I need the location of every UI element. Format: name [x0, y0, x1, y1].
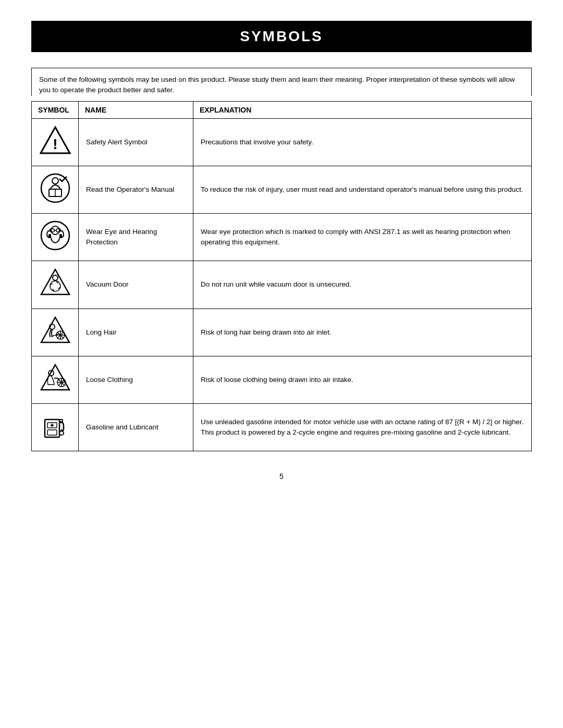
explanation-cell-loose-clothing: Risk of loose clothing being drawn into …: [193, 356, 532, 403]
page-title: SYMBOLS: [31, 21, 532, 52]
table-row: Wear Eye and Hearing Protection Wear eye…: [32, 214, 532, 261]
loose-clothing-icon: [40, 363, 71, 394]
explanation-cell-long-hair: Risk of long hair being drawn into air i…: [193, 309, 532, 356]
svg-marker-16: [41, 317, 69, 342]
table-row: Vacuum Door Do not run unit while vacuum…: [32, 261, 532, 309]
svg-rect-30: [45, 419, 59, 437]
svg-point-15: [50, 281, 60, 291]
symbol-cell-manual: [32, 166, 79, 213]
table-row: Gasoline and Lubricant Use unleaded gaso…: [32, 404, 532, 451]
symbol-cell-long-hair: [32, 309, 79, 356]
header-symbol: SYMBOL: [32, 101, 79, 118]
table-row: Long Hair Risk of long hair being drawn …: [32, 309, 532, 356]
eye-hearing-icon: [40, 220, 71, 251]
name-cell-eye-hearing: Wear Eye and Hearing Protection: [79, 214, 193, 261]
explanation-cell-gasoline: Use unleaded gasoline intended for motor…: [193, 404, 532, 451]
header-explanation: EXPLANATION: [193, 101, 532, 118]
symbol-cell-gasoline: [32, 404, 79, 451]
name-cell-gasoline: Gasoline and Lubricant: [79, 404, 193, 451]
header-name: NAME: [79, 101, 193, 118]
explanation-cell-manual: To reduce the risk of injury, user must …: [193, 166, 532, 213]
svg-text:!: !: [53, 136, 57, 152]
table-row: ! Safety Alert Symbol Precautions that i…: [32, 118, 532, 166]
symbol-cell-eye-hearing: [32, 214, 79, 261]
symbol-cell-loose-clothing: [32, 356, 79, 403]
safety-alert-icon: !: [40, 125, 71, 156]
explanation-cell-vacuum: Do not run unit while vacuum door is uns…: [193, 261, 532, 309]
name-cell-manual: Read the Operator's Manual: [79, 166, 193, 213]
symbol-cell-safety-alert: !: [32, 118, 79, 166]
read-manual-icon: [40, 172, 71, 204]
symbol-cell-vacuum: [32, 261, 79, 309]
table-row: Loose Clothing Risk of loose clothing be…: [32, 356, 532, 403]
explanation-cell-safety-alert: Precautions that involve your safety.: [193, 118, 532, 166]
svg-rect-34: [47, 430, 57, 435]
page-number: 5: [31, 472, 532, 480]
svg-point-14: [53, 275, 58, 280]
name-cell-loose-clothing: Loose Clothing: [79, 356, 193, 403]
explanation-cell-eye-hearing: Wear eye protection which is marked to c…: [193, 214, 532, 261]
svg-rect-11: [48, 234, 51, 238]
svg-rect-35: [59, 419, 63, 423]
svg-marker-23: [41, 365, 69, 390]
svg-marker-13: [41, 269, 69, 294]
svg-rect-12: [59, 234, 62, 238]
vacuum-door-icon: [40, 267, 71, 299]
long-hair-icon: [40, 315, 71, 347]
table-row: Read the Operator's Manual To reduce the…: [32, 166, 532, 213]
symbols-table: SYMBOL NAME EXPLANATION ! Safety Alert S…: [31, 101, 532, 452]
name-cell-vacuum: Vacuum Door: [79, 261, 193, 309]
name-cell-safety-alert: Safety Alert Symbol: [79, 118, 193, 166]
gasoline-lubricant-icon: [40, 410, 71, 441]
name-cell-long-hair: Long Hair: [79, 309, 193, 356]
intro-text: Some of the following symbols may be use…: [31, 68, 532, 96]
svg-point-3: [52, 178, 58, 184]
